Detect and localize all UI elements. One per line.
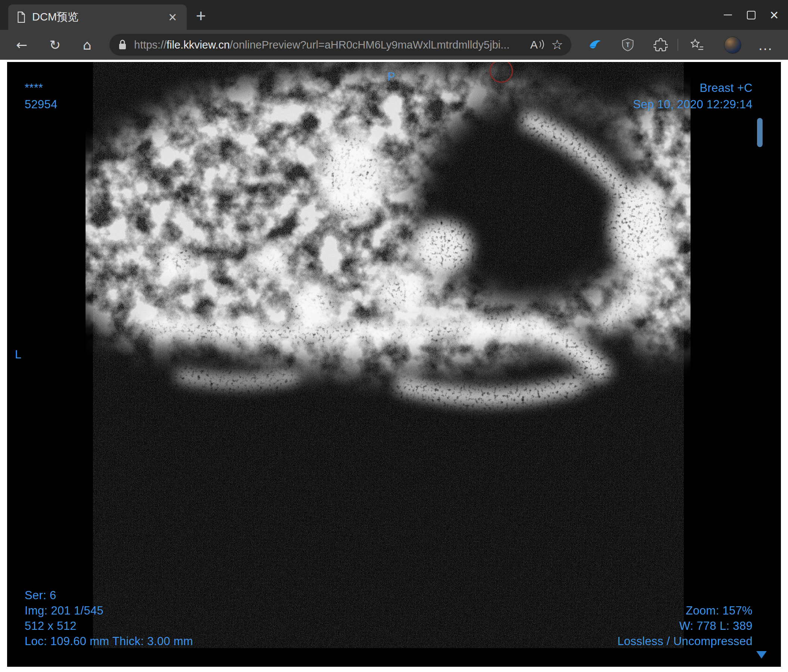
orientation-marker-left: L	[15, 347, 22, 362]
document-icon	[16, 11, 26, 23]
series-number: Ser: 6	[25, 588, 56, 603]
window-level: W: 778 L: 389	[679, 619, 753, 634]
blue-extension-icon[interactable]	[588, 37, 602, 52]
tab-strip: DCM预览 × + ×	[0, 0, 788, 30]
scroll-down-arrow-icon[interactable]	[756, 651, 767, 659]
tab-title: DCM预览	[32, 10, 164, 25]
slice-location: Loc: 109.60 mm Thick: 3.00 mm	[25, 634, 193, 649]
image-matrix: 512 x 512	[25, 619, 76, 634]
url-domain: file.kkview.cn	[167, 39, 230, 51]
series-scrollbar-thumb[interactable]	[757, 118, 763, 147]
home-button[interactable]: ⌂	[76, 30, 98, 60]
window-maximize-button[interactable]	[739, 0, 763, 30]
compression-info: Lossless / Uncompressed	[617, 634, 753, 649]
read-aloud-icon[interactable]: A	[530, 38, 545, 51]
dicom-viewer[interactable]: **** 52954 P Breast +C Sep 10, 2020 12:2…	[7, 62, 781, 667]
study-datetime: Sep 10, 2020 12:29:14	[633, 97, 753, 112]
patient-id-masked: ****	[25, 81, 43, 95]
refresh-button[interactable]: ↻	[44, 30, 66, 60]
settings-menu-icon[interactable]: …	[757, 35, 775, 54]
orientation-marker-top: P	[388, 70, 396, 84]
url-text: https://file.kkview.cn/onlinePreview?url…	[134, 39, 524, 51]
add-favorite-icon[interactable]: ☆	[551, 38, 563, 52]
tab-dcm-preview[interactable]: DCM预览 ×	[8, 5, 187, 30]
minimize-icon	[724, 14, 732, 15]
shield-extension-icon[interactable]: T	[620, 37, 635, 52]
toolbar-divider	[677, 39, 678, 51]
back-button[interactable]: ←	[10, 30, 33, 60]
mri-image	[7, 62, 781, 667]
favorites-icon[interactable]	[690, 37, 705, 52]
enhancing-lesions	[86, 62, 691, 435]
study-description: Breast +C	[700, 81, 753, 95]
lock-icon[interactable]	[118, 39, 127, 51]
extensions-icon[interactable]	[653, 37, 668, 52]
page-content: **** 52954 P Breast +C Sep 10, 2020 12:2…	[0, 60, 788, 672]
window-controls: ×	[716, 0, 786, 30]
address-bar[interactable]: https://file.kkview.cn/onlinePreview?url…	[110, 34, 571, 55]
window-minimize-button[interactable]	[716, 0, 739, 30]
image-index: Img: 201 1/545	[25, 603, 103, 618]
profile-avatar[interactable]	[724, 36, 741, 54]
tab-close-icon[interactable]: ×	[164, 9, 181, 25]
url-path: /onlinePreview?url=aHR0cHM6Ly9maWxlLmtrd…	[230, 39, 509, 51]
navigation-bar: ← ↻ ⌂ https://file.kkview.cn/onlinePrevi…	[0, 30, 788, 60]
accession-number: 52954	[25, 97, 57, 112]
maximize-icon	[747, 11, 756, 19]
url-scheme: https://	[134, 39, 167, 51]
new-tab-button[interactable]: +	[191, 6, 211, 25]
shield-letter: T	[626, 41, 630, 48]
window-close-button[interactable]: ×	[763, 0, 786, 30]
zoom-level: Zoom: 157%	[686, 603, 753, 618]
